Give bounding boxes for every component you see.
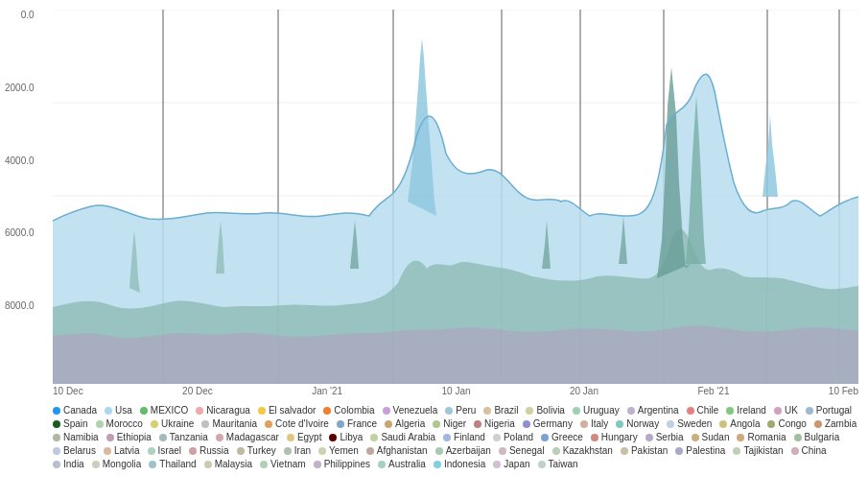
legend-item[interactable]: Australia bbox=[378, 459, 426, 469]
legend-item[interactable]: Brazil bbox=[483, 405, 518, 416]
legend-item[interactable]: China bbox=[791, 445, 827, 456]
legend-item[interactable]: Yemen bbox=[318, 445, 359, 456]
legend-label: Mauritania bbox=[212, 418, 257, 429]
legend-item[interactable]: Algeria bbox=[385, 418, 425, 429]
legend-item[interactable]: Morocco bbox=[96, 418, 143, 429]
legend-item[interactable]: Poland bbox=[493, 432, 533, 442]
legend-item[interactable]: Nigeria bbox=[474, 418, 515, 429]
legend-dot bbox=[526, 407, 533, 415]
legend-item[interactable]: Taiwan bbox=[538, 459, 578, 469]
legend-dot bbox=[329, 434, 337, 441]
legend-dot bbox=[151, 420, 158, 428]
legend-item[interactable]: Mongolia bbox=[92, 459, 142, 469]
legend-item[interactable]: Ukraine bbox=[151, 418, 194, 429]
legend-item[interactable]: Peru bbox=[445, 405, 476, 416]
legend-label: Brazil bbox=[494, 405, 518, 416]
legend-item[interactable]: El salvador bbox=[258, 405, 316, 416]
legend-item[interactable]: Spain bbox=[53, 418, 88, 429]
legend-dot bbox=[149, 461, 156, 468]
legend-label: Russia bbox=[199, 445, 229, 456]
legend-item[interactable]: Japan bbox=[493, 459, 529, 469]
legend-item[interactable]: Sudan bbox=[692, 432, 730, 442]
legend-item[interactable]: Zambia bbox=[814, 418, 856, 429]
legend-item[interactable]: Philippines bbox=[314, 459, 370, 469]
legend-dot bbox=[265, 420, 272, 428]
legend-item[interactable]: Indonesia bbox=[434, 459, 485, 469]
legend-item[interactable]: MEXICO bbox=[140, 405, 188, 416]
legend-item[interactable]: Turkey bbox=[237, 445, 276, 456]
legend-dot bbox=[53, 420, 60, 428]
legend-item[interactable]: Venezuela bbox=[383, 405, 438, 416]
legend-item[interactable]: Romania bbox=[737, 432, 786, 442]
legend-item[interactable]: Ethiopia bbox=[106, 432, 152, 442]
legend-item[interactable]: Angola bbox=[719, 418, 760, 429]
legend-item[interactable]: Cote d'Ivoire bbox=[265, 418, 329, 429]
legend-label: Kazakhstan bbox=[563, 445, 613, 456]
legend-dot bbox=[733, 447, 740, 455]
legend-item[interactable]: Canada bbox=[53, 405, 97, 416]
legend-item[interactable]: Ireland bbox=[726, 405, 766, 416]
legend-label: Tanzania bbox=[170, 432, 208, 442]
legend-item[interactable]: Italy bbox=[580, 418, 608, 429]
legend-item[interactable]: Pakistan bbox=[621, 445, 668, 456]
legend-item[interactable]: Palestina bbox=[675, 445, 725, 456]
legend-item[interactable]: Niger bbox=[433, 418, 466, 429]
legend-item[interactable]: Saudi Arabia bbox=[370, 432, 435, 442]
legend-item[interactable]: Argentina bbox=[627, 405, 679, 416]
legend-dot bbox=[767, 420, 775, 428]
legend-item[interactable]: Belarus bbox=[53, 445, 96, 456]
legend-label: Ukraine bbox=[161, 418, 194, 429]
legend-item[interactable]: Egypt bbox=[287, 432, 322, 442]
legend-label: Algeria bbox=[395, 418, 425, 429]
legend-item[interactable]: Colombia bbox=[323, 405, 374, 416]
legend-item[interactable]: Afghanistan bbox=[366, 445, 428, 456]
legend-item[interactable]: Nicaragua bbox=[196, 405, 250, 416]
legend-item[interactable]: UK bbox=[774, 405, 798, 416]
legend-item[interactable]: Bulgaria bbox=[794, 432, 840, 442]
legend-item[interactable]: Usa bbox=[105, 405, 132, 416]
legend-dot bbox=[806, 407, 813, 415]
legend-item[interactable]: Tajikistan bbox=[733, 445, 783, 456]
legend-item[interactable]: Malaysia bbox=[204, 459, 252, 469]
legend-item[interactable]: Thailand bbox=[149, 459, 196, 469]
legend-item[interactable]: Kazakhstan bbox=[552, 445, 613, 456]
legend-dot bbox=[794, 434, 802, 441]
legend-label: Norway bbox=[626, 418, 659, 429]
legend-item[interactable]: Hungary bbox=[591, 432, 638, 442]
legend-label: Uruguay bbox=[583, 405, 620, 416]
legend-dot bbox=[573, 407, 580, 415]
legend-item[interactable]: Serbia bbox=[645, 432, 684, 442]
legend-label: Chile bbox=[697, 405, 719, 416]
legend-item[interactable]: Namibia bbox=[53, 432, 99, 442]
legend-item[interactable]: Israel bbox=[148, 445, 181, 456]
legend-item[interactable]: Bolivia bbox=[526, 405, 564, 416]
legend-item[interactable]: Finland bbox=[443, 432, 485, 442]
legend-item[interactable]: Portugal bbox=[806, 405, 852, 416]
legend-dot bbox=[201, 420, 209, 428]
legend-dot bbox=[318, 447, 326, 455]
legend-item[interactable]: Greece bbox=[541, 432, 583, 442]
legend-label: Hungary bbox=[601, 432, 638, 442]
legend-item[interactable]: Azerbaijan bbox=[435, 445, 491, 456]
legend-item[interactable]: Norway bbox=[616, 418, 659, 429]
legend-item[interactable]: Latvia bbox=[104, 445, 140, 456]
legend-item[interactable]: Madagascar bbox=[216, 432, 279, 442]
legend-item[interactable]: Mauritania bbox=[201, 418, 257, 429]
legend-dot bbox=[726, 407, 734, 415]
legend-item[interactable]: Vietnam bbox=[260, 459, 306, 469]
legend-item[interactable]: Congo bbox=[767, 418, 806, 429]
legend-label: Cote d'Ivoire bbox=[275, 418, 329, 429]
legend-item[interactable]: Iran bbox=[284, 445, 311, 456]
legend-item[interactable]: Libya bbox=[329, 432, 363, 442]
legend-item[interactable]: Uruguay bbox=[573, 405, 620, 416]
legend-item[interactable]: Chile bbox=[687, 405, 719, 416]
legend-item[interactable]: Senegal bbox=[499, 445, 545, 456]
legend-label: Germany bbox=[533, 418, 573, 429]
legend-item[interactable]: Russia bbox=[189, 445, 229, 456]
legend-item[interactable]: France bbox=[337, 418, 377, 429]
legend-item[interactable]: India bbox=[53, 459, 84, 469]
legend-item[interactable]: Germany bbox=[523, 418, 573, 429]
legend-item[interactable]: Sweden bbox=[667, 418, 712, 429]
legend-item[interactable]: Tanzania bbox=[159, 432, 208, 442]
legend-label: Namibia bbox=[63, 432, 99, 442]
